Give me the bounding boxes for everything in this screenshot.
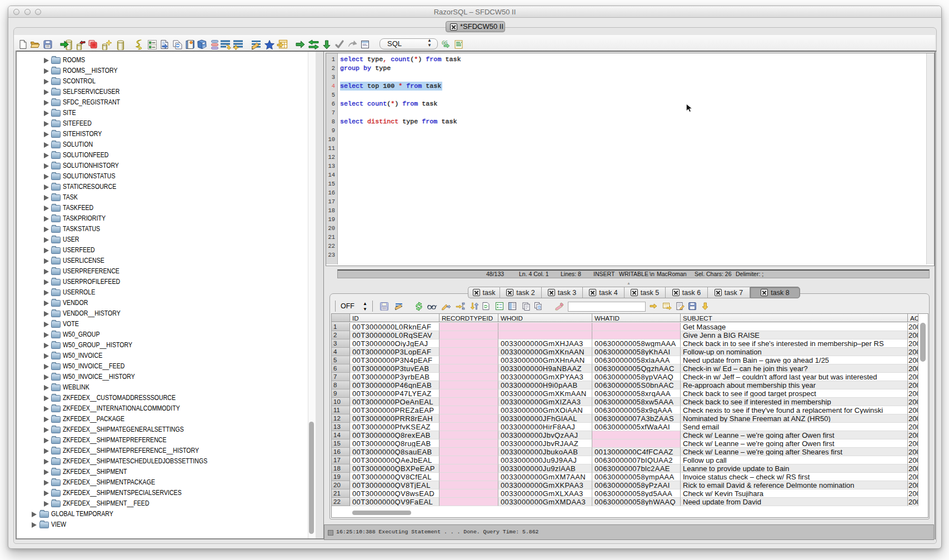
svg-text:..: .. bbox=[694, 307, 696, 311]
svg-text:66: 66 bbox=[442, 39, 447, 46]
